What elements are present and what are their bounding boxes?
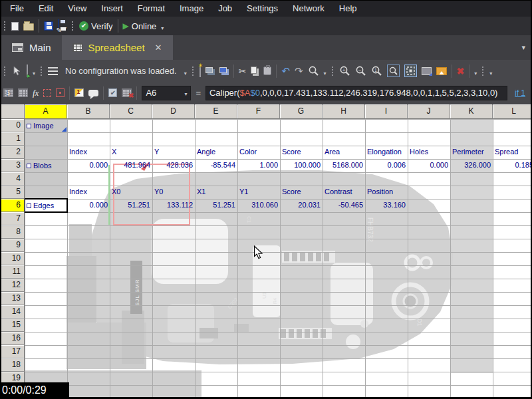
cell-C6[interactable]: 51.251 <box>110 199 152 212</box>
redo-icon[interactable]: ↷ <box>295 66 303 76</box>
column-header-D[interactable]: D <box>152 104 195 119</box>
new-snippet-icon[interactable]: ✶ <box>200 65 201 77</box>
column-header-B[interactable]: B <box>67 104 110 119</box>
cell-E3[interactable]: -85.544 <box>195 159 237 172</box>
select-pointer-icon[interactable] <box>11 66 22 76</box>
row-header-14[interactable]: 14 <box>0 305 25 319</box>
cell-G6[interactable]: 20.031 <box>280 199 323 212</box>
row-header-8[interactable]: 8 <box>0 225 25 239</box>
if-link[interactable]: if 1 <box>515 88 525 98</box>
cell-B5[interactable]: Index <box>67 186 110 199</box>
zoom-region-icon[interactable] <box>387 65 400 77</box>
cell-A6[interactable]: Edges <box>25 199 67 212</box>
cell-I3[interactable]: 0.006 <box>365 159 408 172</box>
column-header-K[interactable]: K <box>450 104 493 119</box>
cell-K2[interactable]: Perimeter <box>450 146 493 159</box>
cell-D5[interactable]: Y0 <box>152 186 195 199</box>
export-snippet-icon[interactable] <box>219 67 227 73</box>
row-header-6[interactable]: 6 <box>0 199 25 212</box>
toolbar-grip[interactable] <box>331 65 334 77</box>
configuration-list-icon[interactable] <box>48 67 58 76</box>
cell-H2[interactable]: Area <box>323 146 365 159</box>
cell-F2[interactable]: Color <box>237 146 280 159</box>
pointer-dropdown-icon[interactable]: ▾ <box>33 66 35 76</box>
tab-main[interactable]: Main <box>1 35 62 60</box>
menu-job[interactable]: Job <box>211 0 239 17</box>
tab-spreadsheet[interactable]: Spreadsheet ✕ <box>62 35 173 60</box>
column-header-C[interactable]: C <box>110 104 152 119</box>
cell-I5[interactable]: Position <box>365 186 408 199</box>
tab-close-icon[interactable]: ✕ <box>155 43 162 53</box>
toolbar-grip[interactable] <box>71 20 74 32</box>
cell-K3[interactable]: 326.000 <box>450 159 493 172</box>
verify-button[interactable]: ✔ Verify <box>79 21 113 31</box>
menu-settings[interactable]: Settings <box>239 0 285 17</box>
column-header-J[interactable]: J <box>408 104 450 119</box>
menu-image[interactable]: Image <box>172 0 211 17</box>
new-job-icon[interactable] <box>11 22 19 31</box>
cell-B2[interactable]: Index <box>67 146 110 159</box>
cell-D2[interactable]: Y <box>152 146 195 159</box>
cell-B6[interactable]: 0.000 <box>67 199 110 212</box>
cell-F5[interactable]: Y1 <box>237 186 280 199</box>
cell-L3[interactable]: 0.185 <box>493 159 532 172</box>
find-icon[interactable] <box>308 65 319 76</box>
toolbar-grip[interactable] <box>3 65 7 77</box>
menu-insert[interactable]: Insert <box>94 0 130 17</box>
import-snippet-icon[interactable] <box>205 67 213 73</box>
cell-reference-dropdown[interactable]: A6 ▾ <box>142 86 191 100</box>
column-header-F[interactable]: F <box>237 104 280 119</box>
delete-table-icon[interactable]: ✖ <box>122 88 132 97</box>
apply-config-icon[interactable]: ▸ <box>27 65 28 77</box>
table-icon[interactable] <box>18 88 28 97</box>
cell-G5[interactable]: Score <box>280 186 323 199</box>
spreadsheet-grid[interactable]: SJL SMR FHB732 C1 U1 D1 C202 R4 ImageInd… <box>0 104 532 399</box>
zoom-in-icon[interactable]: + <box>339 65 350 76</box>
configuration-dropdown-icon[interactable]: ▾ <box>184 66 187 76</box>
row-header-15[interactable]: 15 <box>0 319 25 332</box>
cell-H6[interactable]: -50.465 <box>323 199 365 212</box>
row-header-3[interactable]: 3 <box>0 159 25 172</box>
toolbar-grip[interactable] <box>40 65 43 77</box>
toolbar-grip[interactable] <box>192 65 195 77</box>
cell-G2[interactable]: Score <box>280 146 323 159</box>
row-header-0[interactable]: 0 <box>0 119 25 132</box>
menu-file[interactable]: File <box>3 0 31 17</box>
zoom-out-icon[interactable]: − <box>355 65 366 76</box>
expand-region-icon[interactable] <box>56 88 65 97</box>
checkbox-icon[interactable]: ✔ <box>108 88 117 97</box>
row-header-18[interactable]: 18 <box>0 358 25 372</box>
row-header-13[interactable]: 13 <box>0 292 25 305</box>
menu-network[interactable]: Network <box>285 0 332 17</box>
menu-help[interactable]: Help <box>332 0 364 17</box>
column-header-I[interactable]: I <box>365 104 408 119</box>
cell-F6[interactable]: 310.060 <box>237 199 280 212</box>
menu-edit[interactable]: Edit <box>31 0 61 17</box>
column-header-L[interactable]: L <box>493 104 532 119</box>
picture-icon[interactable] <box>436 67 447 75</box>
window-list-chevron-icon[interactable]: ▾ <box>521 43 525 52</box>
cell-H5[interactable]: Contrast <box>323 186 365 199</box>
cell-B3[interactable]: 0.000 <box>67 159 110 172</box>
cell-E2[interactable]: Angle <box>195 146 237 159</box>
cell-E6[interactable]: 51.251 <box>195 199 237 212</box>
cell-I2[interactable]: Elongation <box>365 146 408 159</box>
select-all-corner[interactable] <box>0 104 25 119</box>
row-header-17[interactable]: 17 <box>0 345 25 358</box>
row-header-4[interactable]: 4 <box>0 172 25 186</box>
cell-C2[interactable]: X <box>110 146 152 159</box>
cell-G3[interactable]: 100.000 <box>280 159 323 172</box>
row-header-2[interactable]: 2 <box>0 146 25 159</box>
row-header-16[interactable]: 16 <box>0 332 25 345</box>
column-header-E[interactable]: E <box>195 104 237 119</box>
live-image-icon[interactable] <box>422 67 432 75</box>
online-dropdown-icon[interactable]: ▾ <box>161 21 164 31</box>
online-button[interactable]: ▶ Online <box>123 21 157 31</box>
cell-H3[interactable]: 5168.000 <box>323 159 365 172</box>
cell-D3[interactable]: 428.036 <box>152 159 195 172</box>
row-header-12[interactable]: 12 <box>0 279 25 292</box>
undo-icon[interactable]: ↶ <box>281 66 290 76</box>
cell-I6[interactable]: 33.160 <box>365 199 408 212</box>
cell-E5[interactable]: X1 <box>195 186 237 199</box>
toolbar-grip[interactable] <box>3 20 7 32</box>
